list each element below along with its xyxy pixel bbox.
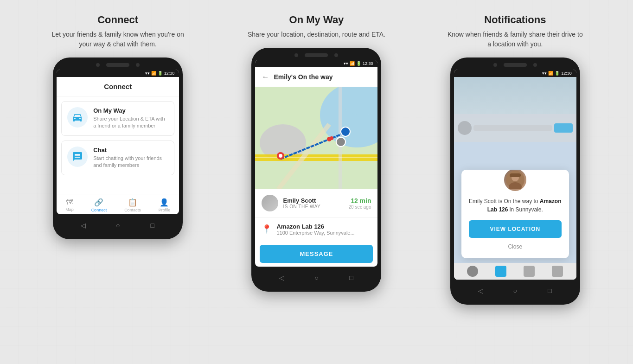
notification-text: Emily Scott is On the way to Amazon Lab … (469, 197, 562, 214)
status-time: 12:30 (164, 71, 175, 76)
back-btn-2[interactable]: ◁ (277, 273, 287, 282)
svg-point-14 (336, 137, 345, 147)
connect-desc: Let your friends & family know when you'… (48, 30, 187, 49)
recent-btn-3[interactable]: □ (545, 286, 554, 295)
view-location-button[interactable]: VIEW LOCATION (469, 220, 562, 238)
car-icon (72, 112, 83, 123)
notification-popup: Emily Scott is On the way to Amazon Lab … (461, 170, 569, 258)
status-icons: ▾▾ 📶 🔋 12:30 (145, 71, 175, 76)
notif-bg-top (454, 77, 576, 114)
phone2-speaker (305, 53, 328, 57)
message-button[interactable]: MESSAGE (260, 245, 373, 263)
on-my-way-card-title: On My Way (93, 107, 168, 114)
notifications-phone: ▾▾ 📶 🔋 12:30 (450, 57, 580, 305)
status-bar: ▾▾ 📶 🔋 12:30 (57, 70, 179, 77)
signal-icon-3: ▾▾ (542, 71, 547, 76)
status-time-3: 12:30 (561, 71, 572, 76)
chat-card-title: Chat (93, 147, 168, 153)
phone3-camera (493, 63, 497, 67)
person-name: Emily Scott (283, 197, 320, 204)
popup-avatar (503, 170, 528, 192)
back-btn[interactable]: ◁ (78, 221, 88, 230)
bg-bottom-icon1 (467, 266, 478, 277)
omw-screen-title: Emily's On the way (274, 73, 332, 81)
signal-icon: ▾▾ (145, 71, 150, 76)
destination-pin-icon: 📍 (262, 224, 272, 234)
notif-bg-bottom (454, 263, 576, 280)
on-my-way-card[interactable]: On My Way Share your Location & ETA with… (61, 101, 174, 136)
back-btn-3[interactable]: ◁ (476, 286, 485, 295)
battery-icon: 🔋 (158, 71, 163, 76)
back-arrow-icon[interactable]: ← (262, 73, 269, 81)
recent-btn[interactable]: □ (148, 221, 157, 230)
chat-icon-wrap (67, 147, 88, 167)
close-button[interactable]: Close (469, 242, 562, 254)
svg-rect-7 (255, 157, 377, 158)
status-icons-2: ▾▾ 📶 🔋 12:30 (344, 61, 373, 66)
phone-camera (96, 63, 100, 67)
bg-bottom-icon3 (524, 266, 535, 277)
chat-card[interactable]: Chat Start chatting with your friends an… (61, 140, 174, 175)
person-eta: 12 min (349, 197, 371, 204)
wifi-icon: 📶 (151, 71, 156, 76)
nav-connect-label: Connect (91, 208, 107, 212)
destination-address: 1100 Enterprise Way, Sunnyvale... (276, 230, 354, 236)
onmyway-section: On My Way Share your location, destinati… (228, 14, 404, 292)
home-btn-2[interactable]: ○ (312, 273, 321, 282)
svg-point-12 (279, 154, 282, 158)
phone-top-bar (57, 63, 179, 67)
phone-speaker (106, 63, 129, 67)
notif-bg-mid (454, 114, 576, 142)
nav-connect[interactable]: 🔗 Connect (91, 198, 107, 212)
destination-info: Amazon Lab 126 1100 Enterprise Way, Sunn… (276, 223, 354, 236)
status-time-2: 12:30 (363, 61, 373, 66)
on-my-way-card-desc: Share your Location & ETA with a friend … (93, 115, 168, 130)
person-ago: 20 sec ago (349, 204, 371, 210)
onmyway-phone: ▾▾ 📶 🔋 12:30 ← Emily's On the way (251, 48, 381, 292)
map-view[interactable] (255, 87, 377, 189)
nav-profile[interactable]: 👤 Profile (159, 198, 171, 212)
nav-contacts[interactable]: 📋 Contacts (124, 198, 141, 212)
nav-contacts-label: Contacts (124, 208, 141, 212)
connect-title: Connect (97, 14, 138, 26)
person-avatar (262, 195, 278, 211)
notifications-desc: Know when friends & family share their d… (446, 30, 585, 49)
svg-point-10 (330, 136, 333, 140)
bg-bottom-icon2 (495, 266, 506, 277)
person-time: 12 min 20 sec ago (349, 197, 371, 210)
on-my-way-card-content: On My Way Share your Location & ETA with… (93, 107, 168, 130)
signal-icon-2: ▾▾ (344, 61, 348, 66)
wifi-icon-3: 📶 (548, 71, 553, 76)
phone2-camera-right (334, 53, 338, 57)
on-my-way-icon-wrap (67, 107, 88, 128)
wifi-icon-2: 📶 (350, 61, 355, 66)
nav-map[interactable]: 🗺 Map (65, 198, 74, 212)
phone2-camera (294, 53, 298, 57)
nav-profile-label: Profile (159, 208, 171, 212)
connect-phone: ▾▾ 📶 🔋 12:30 Connect On My Way (53, 57, 183, 239)
connect-nav-icon: 🔗 (94, 198, 103, 207)
chat-icon (72, 151, 83, 162)
notif-text-part1: is On the way to (497, 198, 540, 204)
profile-nav-icon: 👤 (160, 198, 169, 207)
phone2-top-bar (255, 53, 377, 57)
status-bar-3: ▾▾ 📶 🔋 12:30 (454, 70, 576, 77)
phone2-bottom-bar: ◁ ○ □ (255, 269, 377, 286)
home-btn[interactable]: ○ (113, 221, 122, 230)
recent-btn-2[interactable]: □ (346, 273, 356, 282)
onmyway-screen: ▾▾ 📶 🔋 12:30 ← Emily's On the way (255, 60, 377, 267)
battery-icon-3: 🔋 (555, 71, 560, 76)
bg-text-bar (473, 125, 552, 131)
contacts-nav-icon: 📋 (128, 198, 137, 207)
chat-card-desc: Start chatting with your friends and fam… (93, 155, 168, 169)
status-icons-3: ▾▾ 📶 🔋 12:30 (542, 71, 572, 76)
notif-text-part2: in Sunnyvale. (508, 206, 543, 213)
connect-screen: ▾▾ 📶 🔋 12:30 Connect On My Way (57, 70, 179, 214)
notif-person-name: Emily Scott (469, 198, 497, 204)
notifications-title: Notifications (484, 14, 546, 26)
phone-camera-right (136, 63, 140, 67)
bg-bottom-icon4 (552, 266, 563, 277)
connect-section: Connect Let your friends & family know w… (30, 14, 206, 239)
phone3-speaker (504, 63, 527, 67)
home-btn-3[interactable]: ○ (511, 286, 520, 295)
